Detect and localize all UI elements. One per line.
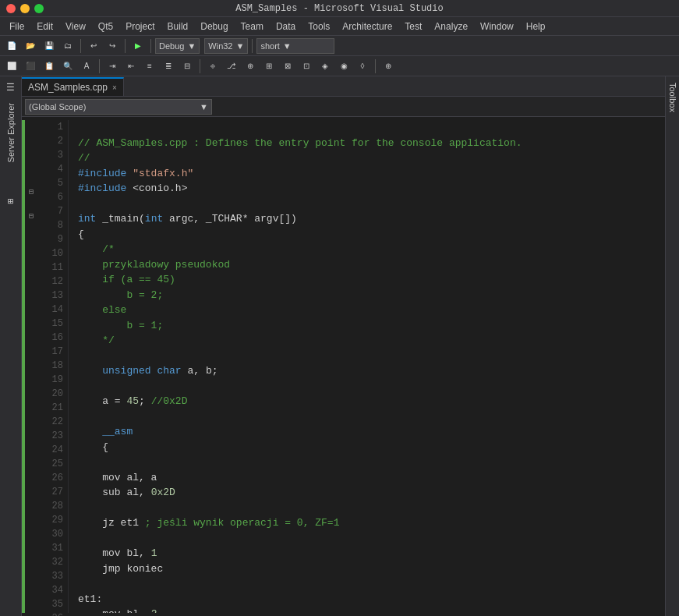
btn-t2-1[interactable]: ⬜ bbox=[3, 58, 20, 75]
search-chevron: ▼ bbox=[283, 41, 292, 51]
btn-t2-2[interactable]: ⬛ bbox=[22, 58, 39, 75]
btn-t2-17[interactable]: ◈ bbox=[317, 58, 334, 75]
tab-close-btn[interactable]: × bbox=[112, 83, 117, 92]
config-chevron: ▼ bbox=[187, 41, 196, 51]
scope-dropdown[interactable]: (Global Scope) ▼ bbox=[25, 99, 212, 115]
server-explorer-label[interactable]: Server Explorer bbox=[5, 98, 17, 167]
btn-t2-16[interactable]: ⊡ bbox=[298, 58, 315, 75]
menu-analyze[interactable]: Analyze bbox=[428, 19, 474, 34]
maximize-button[interactable] bbox=[34, 4, 44, 13]
btn-t2-13[interactable]: ⊕ bbox=[242, 58, 259, 75]
platform-label: Win32 bbox=[208, 41, 232, 51]
close-button[interactable] bbox=[6, 4, 16, 13]
platform-chevron: ▼ bbox=[236, 41, 245, 51]
gutter: ⊟ ⊟ bbox=[25, 120, 37, 613]
tab-bar: ASM_Samples.cpp × bbox=[22, 76, 665, 97]
start-btn[interactable]: ▶ bbox=[129, 37, 147, 55]
sep-t2-1 bbox=[99, 59, 100, 73]
menu-debug[interactable]: Debug bbox=[194, 19, 234, 34]
menu-team[interactable]: Team bbox=[235, 19, 270, 34]
btn-t2-14[interactable]: ⊞ bbox=[260, 58, 278, 75]
config-label: Debug bbox=[159, 41, 184, 51]
save-all-btn[interactable]: 🗂 bbox=[59, 37, 76, 55]
menu-tools[interactable]: Tools bbox=[302, 19, 336, 34]
toolbar-1: 📄 📂 💾 🗂 ↩ ↪ ▶ Debug ▼ Win32 ▼ short ▼ bbox=[0, 36, 679, 56]
code-editor[interactable]: ⊟ ⊟ 12345 678910 1112131415 1617181920 2… bbox=[22, 117, 665, 616]
menu-build[interactable]: Build bbox=[161, 19, 195, 34]
menu-view[interactable]: View bbox=[59, 19, 92, 34]
menu-project[interactable]: Project bbox=[119, 19, 161, 34]
code-content[interactable]: // ASM_Samples.cpp : Defines the entry p… bbox=[69, 120, 665, 613]
scope-value: (Global Scope) bbox=[29, 102, 86, 112]
server-explorer-icon[interactable]: ☰ bbox=[3, 80, 19, 95]
window-controls[interactable] bbox=[6, 4, 44, 13]
scope-chevron: ▼ bbox=[200, 102, 208, 112]
btn-t2-4[interactable]: 🔍 bbox=[59, 58, 76, 75]
sep-2 bbox=[125, 39, 126, 53]
line-numbers: 12345 678910 1112131415 1617181920 21222… bbox=[37, 120, 69, 613]
sep-4 bbox=[252, 39, 253, 53]
btn-t2-8[interactable]: ≡ bbox=[141, 58, 158, 75]
main-layout: ☰ Server Explorer ⊞ ASM_Samples.cpp × (G… bbox=[0, 76, 679, 616]
menu-architecture[interactable]: Architecture bbox=[336, 19, 398, 34]
redo-btn[interactable]: ↪ bbox=[104, 37, 121, 55]
btn-t2-9[interactable]: ≣ bbox=[160, 58, 177, 75]
btn-t2-15[interactable]: ⊠ bbox=[279, 58, 296, 75]
tab-filename: ASM_Samples.cpp bbox=[28, 82, 108, 93]
open-btn[interactable]: 📂 bbox=[22, 37, 39, 55]
left-sidebar: ☰ Server Explorer ⊞ bbox=[0, 76, 22, 616]
editor-area: ASM_Samples.cpp × (Global Scope) ▼ bbox=[22, 76, 665, 616]
menu-test[interactable]: Test bbox=[398, 19, 428, 34]
active-tab[interactable]: ASM_Samples.cpp × bbox=[22, 77, 124, 96]
menu-file[interactable]: File bbox=[3, 19, 30, 34]
menu-qt5[interactable]: Qt5 bbox=[92, 19, 119, 34]
minimize-button[interactable] bbox=[20, 4, 30, 13]
menu-help[interactable]: Help bbox=[520, 19, 552, 34]
btn-indent[interactable]: ⇥ bbox=[104, 58, 121, 75]
right-sidebar: Toolbox bbox=[665, 76, 679, 616]
config-dropdown[interactable]: Debug ▼ bbox=[155, 38, 200, 54]
menu-bar: File Edit View Qt5 Project Build Debug T… bbox=[0, 17, 679, 36]
btn-t2-12[interactable]: ⎇ bbox=[223, 58, 240, 75]
menu-window[interactable]: Window bbox=[474, 19, 520, 34]
toolbar-2: ⬜ ⬛ 📋 🔍 A ⇥ ⇤ ≡ ≣ ⊟ ⎆ ⎇ ⊕ ⊞ ⊠ ⊡ ◈ ◉ ◊ ⊕ bbox=[0, 56, 679, 76]
menu-edit[interactable]: Edit bbox=[30, 19, 59, 34]
sep-1 bbox=[80, 39, 81, 53]
gutter-line bbox=[25, 122, 37, 135]
new-project-btn[interactable]: 📄 bbox=[3, 37, 20, 55]
title-bar: ASM_Samples - Microsoft Visual Studio bbox=[0, 0, 679, 17]
window-title: ASM_Samples - Microsoft Visual Studio bbox=[235, 3, 443, 14]
scope-bar: (Global Scope) ▼ bbox=[22, 97, 665, 117]
btn-t2-3[interactable]: 📋 bbox=[41, 58, 58, 75]
btn-t2-20[interactable]: ⊕ bbox=[380, 58, 397, 75]
sep-3 bbox=[150, 39, 151, 53]
btn-t2-18[interactable]: ◉ bbox=[335, 58, 352, 75]
btn-t2-5[interactable]: A bbox=[78, 58, 95, 75]
sep-t2-3 bbox=[375, 59, 376, 73]
sep-t2-2 bbox=[200, 59, 200, 73]
save-btn[interactable]: 💾 bbox=[41, 37, 58, 55]
menu-data[interactable]: Data bbox=[270, 19, 302, 34]
search-dropdown[interactable]: short ▼ bbox=[256, 38, 334, 54]
undo-btn[interactable]: ↩ bbox=[85, 37, 102, 55]
btn-t2-19[interactable]: ◊ bbox=[354, 58, 371, 75]
platform-dropdown[interactable]: Win32 ▼ bbox=[204, 38, 248, 54]
btn-t2-11[interactable]: ⎆ bbox=[204, 58, 221, 75]
search-label: short bbox=[260, 41, 279, 51]
toolbox-label[interactable]: Toolbox bbox=[668, 83, 677, 112]
btn-outdent[interactable]: ⇤ bbox=[122, 58, 140, 75]
btn-t2-10[interactable]: ⊟ bbox=[179, 58, 196, 75]
toolbox-icon[interactable]: ⊞ bbox=[3, 193, 19, 209]
